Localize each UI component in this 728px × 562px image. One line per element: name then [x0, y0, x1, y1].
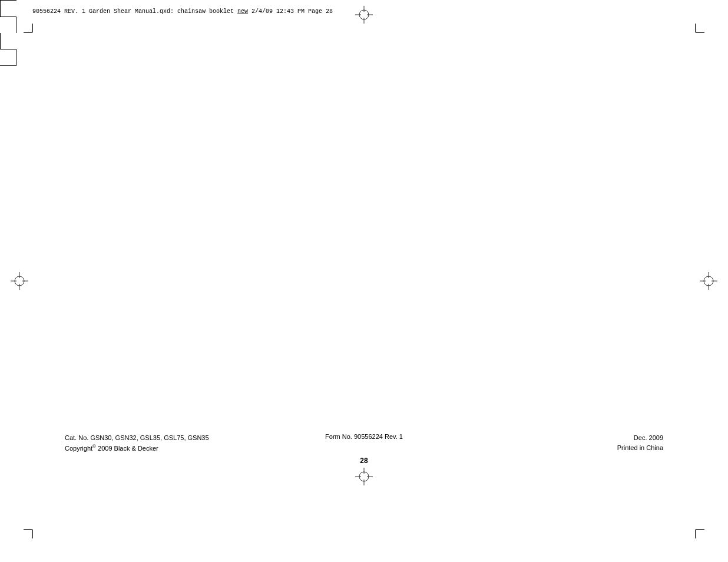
footer-cat-no: Cat. No. GSN30, GSN32, GSL35, GSL75, GSN…	[65, 433, 264, 443]
tick-bottom-right	[695, 530, 696, 538]
crosshair-right-center	[700, 272, 717, 290]
corner-bracket-top-right	[0, 16, 16, 33]
footer-printed-in: Printed in China	[464, 443, 663, 453]
footer-date: Dec. 2009	[464, 433, 663, 443]
file-info-text: 90556224 REV. 1 Garden Shear Manual.qxd:…	[32, 8, 333, 15]
corner-bracket-top-left	[0, 0, 16, 16]
tick-right-top	[696, 32, 704, 33]
tick-bottom-left	[32, 530, 33, 538]
tick-left-bottom	[24, 529, 32, 530]
footer-copyright-suffix: 2009 Black & Decker	[96, 445, 158, 452]
crosshair-top-center	[355, 6, 373, 24]
footer-copyright: Copyright© 2009 Black & Decker	[65, 443, 264, 453]
footer-copyright-prefix: Copyright	[65, 445, 92, 452]
corner-bracket-bottom-left	[0, 33, 16, 49]
footer-right: Dec. 2009 Printed in China	[464, 433, 663, 452]
crosshair-left-center	[11, 272, 28, 290]
tick-right-bottom	[696, 529, 704, 530]
tick-top-left	[32, 24, 33, 32]
footer-content: Cat. No. GSN30, GSN32, GSL35, GSL75, GSN…	[0, 433, 728, 453]
footer-form-no: Form No. 90556224 Rev. 1	[264, 433, 464, 440]
file-info-before-underline: 90556224 REV. 1 Garden Shear Manual.qxd:…	[32, 8, 237, 15]
file-info-after-underline: 2/4/09 12:43 PM Page 28	[248, 8, 333, 15]
file-info-underline: new	[237, 8, 248, 15]
tick-top-right	[695, 24, 696, 32]
tick-left-top	[24, 32, 32, 33]
page-number: 28	[360, 457, 368, 465]
page: 90556224 REV. 1 Garden Shear Manual.qxd:…	[0, 0, 728, 562]
footer-left: Cat. No. GSN30, GSN32, GSL35, GSL75, GSN…	[65, 433, 264, 453]
footer-center: Form No. 90556224 Rev. 1	[264, 433, 464, 440]
crosshair-bottom-center	[355, 468, 373, 485]
corner-bracket-bottom-right	[0, 49, 16, 66]
